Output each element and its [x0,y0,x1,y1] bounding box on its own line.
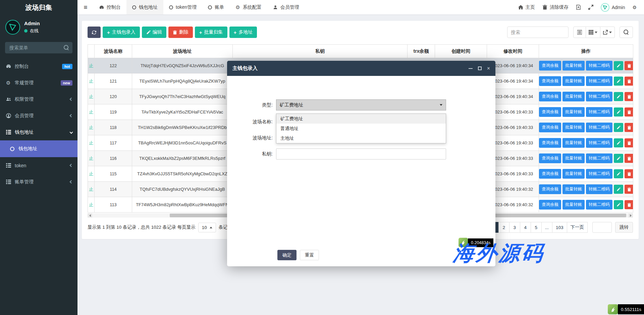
status-link[interactable]: 止 [88,58,95,74]
batch-transfer-button[interactable]: 批量转账 [562,153,585,163]
status-link[interactable]: 止 [88,182,95,197]
sidebar-subitem-wallet-address-active[interactable]: 钱包地址 [0,140,77,157]
multi-address-button[interactable]: +多地址 [229,27,257,38]
transfer-qrcode-button[interactable]: 转账二维码 [586,184,612,194]
modal-header[interactable]: 主钱包录入 × [227,61,495,76]
transfer-qrcode-button[interactable]: 转账二维码 [586,92,612,101]
status-link[interactable]: 止 [88,166,95,182]
private-key-input[interactable] [276,148,446,160]
dropdown-option-main[interactable]: 主地址 [276,133,446,143]
transfer-qrcode-button[interactable]: 转账二维码 [586,61,612,71]
edit-row-button[interactable] [614,185,623,194]
scroll-right-arrow[interactable] [628,213,633,218]
delete-row-button[interactable] [625,123,633,132]
edit-row-button[interactable] [614,123,623,132]
sidebar-item-token[interactable]: token [0,157,77,174]
tab-bills[interactable]: 账单 [202,0,230,14]
query-balance-button[interactable]: 查询余额 [539,61,561,71]
batch-transfer-button[interactable]: 批量转账 [562,184,585,194]
columns-dropdown-button[interactable] [586,27,600,38]
tab-system-config[interactable]: ⚙ 系统配置 [230,0,267,14]
delete-button[interactable]: 删除 [168,27,193,38]
page-button[interactable]: 2 [498,222,509,233]
tab-token[interactable]: token管理 [163,0,202,14]
transfer-qrcode-button[interactable]: 转账二维码 [586,200,612,210]
transfer-qrcode-button[interactable]: 转账二维码 [586,76,612,86]
batch-transfer-button[interactable]: 批量转账 [562,107,585,117]
minimize-icon[interactable] [469,68,473,69]
hamburger-icon[interactable]: ≡ [77,0,94,14]
page-button[interactable]: 3 [509,222,520,233]
jump-page-input[interactable] [592,222,612,233]
page-button[interactable]: 5 [531,222,542,233]
sidebar-item-wallet-address[interactable]: 钱包地址 [0,124,77,140]
sidebar-item-members[interactable]: 会员管理 [0,107,77,124]
query-balance-button[interactable]: 查询余额 [539,153,561,163]
edit-row-button[interactable] [614,154,623,163]
navbar-user[interactable]: Admin [601,3,625,12]
clear-cache-link[interactable]: 清除缓存 [542,4,569,10]
edit-row-button[interactable] [614,92,623,101]
confirm-button[interactable]: 确定 [277,250,297,260]
delete-row-button[interactable] [625,154,633,163]
delete-row-button[interactable] [625,92,633,101]
close-icon[interactable]: × [487,66,490,71]
page-ellipsis[interactable]: ... [541,222,552,233]
page-trace-badge[interactable]: 0.552111s [608,304,644,314]
reset-button[interactable]: 重置 [300,250,319,260]
search-submit-button[interactable] [620,27,633,38]
edit-row-button[interactable] [614,61,623,70]
add-main-wallet-button[interactable]: +主钱包录入 [103,27,140,38]
query-balance-button[interactable]: 查询余额 [539,123,561,132]
edit-row-button[interactable] [614,107,623,117]
tab-member-management[interactable]: 会员管理 [267,0,305,14]
status-link[interactable]: 止 [88,74,95,89]
refresh-button[interactable] [88,27,101,38]
batch-transfer-button[interactable]: 批量转账 [562,123,585,132]
sidebar-item-dashboard[interactable]: 控制台 hot [0,58,77,75]
page-button[interactable]: 103 [552,222,567,233]
batch-transfer-button[interactable]: 批量转账 [562,169,585,179]
page-button[interactable]: 4 [520,222,531,233]
batch-transfer-button[interactable]: 批量转账 [562,61,585,71]
transfer-qrcode-button[interactable]: 转账二维码 [586,169,612,179]
status-link[interactable]: 止 [88,89,95,104]
sidebar-item-permissions[interactable]: 权限管理 [0,91,77,107]
pagination-toggle-button[interactable] [573,27,586,38]
delete-row-button[interactable] [625,138,633,147]
sidebar-search-input[interactable] [5,42,72,53]
query-balance-button[interactable]: 查询余额 [539,107,561,117]
status-link[interactable]: 止 [88,104,95,120]
transfer-qrcode-button[interactable]: 转账二维码 [586,153,612,163]
transfer-qrcode-button[interactable]: 转账二维码 [586,107,612,117]
delete-row-button[interactable] [625,107,633,117]
scroll-left-arrow[interactable] [88,213,92,218]
transfer-qrcode-button[interactable]: 转账二维码 [586,123,612,132]
sidebar-item-bills[interactable]: 账单管理 [0,174,77,190]
delete-row-button[interactable] [625,169,633,178]
export-dropdown-button[interactable] [600,27,615,38]
delete-row-button[interactable] [625,200,633,209]
type-select[interactable]: 矿工费地址 [276,99,446,110]
edit-row-button[interactable] [614,169,623,178]
fullscreen-icon[interactable] [588,5,593,10]
batch-transfer-button[interactable]: 批量转账 [562,92,585,101]
status-link[interactable]: 止 [88,120,95,135]
home-link[interactable]: 主页 [518,4,535,10]
jump-button[interactable]: 跳转 [615,222,633,233]
query-balance-button[interactable]: 查询余额 [539,138,561,148]
query-balance-button[interactable]: 查询余额 [539,184,561,194]
tab-dashboard[interactable]: 控制台 [94,0,126,14]
edit-row-button[interactable] [614,200,623,209]
page-size-select[interactable]: 10 [198,223,216,232]
query-balance-button[interactable]: 查询余额 [539,200,561,210]
language-icon[interactable] [576,5,581,10]
batch-transfer-button[interactable]: 批量转账 [562,200,585,210]
table-search-input[interactable] [507,27,569,38]
maximize-icon[interactable] [478,66,482,70]
status-link[interactable]: 止 [88,197,95,213]
batch-transfer-button[interactable]: 批量转账 [562,76,585,86]
transfer-qrcode-button[interactable]: 转账二维码 [586,138,612,148]
batch-transfer-button[interactable]: 批量转账 [562,138,585,148]
dropdown-option-normal[interactable]: 普通地址 [276,124,446,133]
